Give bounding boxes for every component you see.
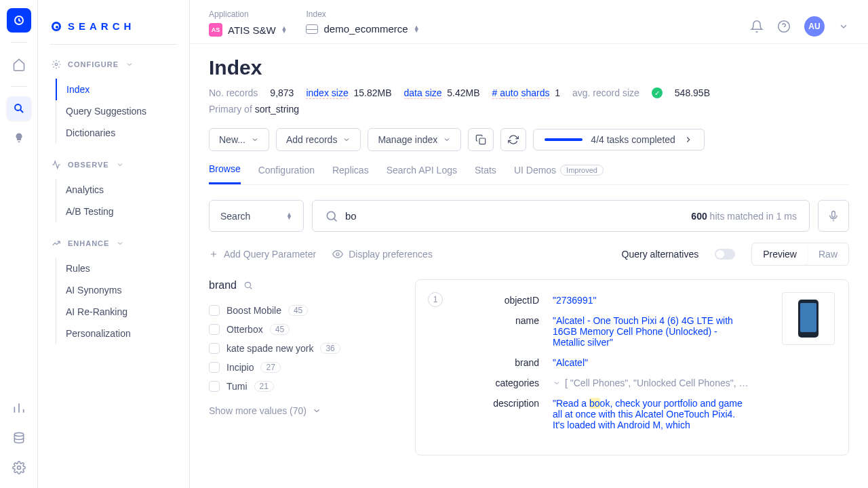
hits-count: 600 hits matched in 1 ms bbox=[691, 211, 797, 222]
bell-icon[interactable] bbox=[750, 20, 764, 33]
refresh-button[interactable] bbox=[500, 128, 526, 151]
sidebar-title: SEARCH bbox=[38, 12, 189, 44]
query-alternatives-label: Query alternatives bbox=[622, 249, 699, 260]
search-icon[interactable] bbox=[243, 281, 253, 290]
add-query-param-button[interactable]: Add Query Parameter bbox=[209, 249, 316, 260]
analytics-icon[interactable] bbox=[7, 396, 31, 420]
tab-replicas[interactable]: Replicas bbox=[332, 163, 369, 184]
sidebar-item-ai-reranking[interactable]: AI Re-Ranking bbox=[56, 301, 184, 323]
svg-point-9 bbox=[336, 253, 339, 256]
record-categories[interactable]: [ "Cell Phones", "Unlocked Cell Phones",… bbox=[553, 378, 749, 388]
index-size-link[interactable]: index size bbox=[306, 87, 348, 99]
svg-point-4 bbox=[55, 63, 58, 66]
query-alternatives-toggle[interactable] bbox=[715, 249, 735, 260]
chevron-down-icon bbox=[116, 161, 124, 169]
search-logo-icon bbox=[52, 22, 61, 31]
tab-stats[interactable]: Stats bbox=[475, 163, 496, 184]
page-title: Index bbox=[209, 56, 849, 79]
section-configure[interactable]: CONFIGURE bbox=[43, 56, 184, 73]
checkbox[interactable] bbox=[209, 343, 220, 354]
new-button[interactable]: New... bbox=[209, 128, 269, 151]
record-description: "Read a book, check your portfolio and g… bbox=[553, 398, 749, 430]
data-size-link[interactable]: data size bbox=[404, 87, 442, 99]
chevron-down-icon bbox=[342, 136, 351, 144]
sidebar-item-ab-testing[interactable]: A/B Testing bbox=[56, 201, 184, 222]
raw-button[interactable]: Raw bbox=[808, 243, 848, 265]
chevron-down-icon bbox=[251, 136, 259, 144]
refresh-icon bbox=[508, 134, 519, 145]
search-nav-icon[interactable] bbox=[7, 96, 31, 121]
show-more-button[interactable]: Show more values (70) bbox=[209, 405, 399, 416]
settings-icon[interactable] bbox=[7, 455, 31, 480]
display-prefs-button[interactable]: Display preferences bbox=[332, 249, 433, 260]
checkbox[interactable] bbox=[209, 362, 220, 373]
svg-point-1 bbox=[15, 104, 21, 110]
index-selector[interactable]: demo_ecommerce ▲▼ bbox=[306, 23, 419, 35]
plus-icon bbox=[209, 249, 218, 259]
facet-brand-title: brand bbox=[209, 279, 399, 291]
sidebar-item-analytics[interactable]: Analytics bbox=[56, 179, 184, 201]
checkbox[interactable] bbox=[209, 305, 220, 316]
sort-icon: ▲▼ bbox=[414, 26, 420, 33]
copy-button[interactable] bbox=[468, 128, 494, 151]
manage-index-button[interactable]: Manage index bbox=[368, 128, 461, 151]
tab-search-api-logs[interactable]: Search API Logs bbox=[387, 163, 457, 184]
view-segmented-control: Preview Raw bbox=[751, 243, 849, 266]
tab-ui-demos[interactable]: UI DemosImproved bbox=[514, 163, 604, 184]
svg-point-10 bbox=[245, 282, 250, 287]
record-brand: "Alcatel" bbox=[553, 357, 749, 368]
application-label: Application bbox=[209, 9, 287, 19]
search-input[interactable] bbox=[338, 201, 691, 231]
mic-icon bbox=[827, 210, 840, 222]
facet-item[interactable]: kate spade new york36 bbox=[209, 339, 399, 358]
search-mode-selector[interactable]: Search▲▼ bbox=[209, 200, 304, 232]
phone-icon bbox=[798, 300, 818, 338]
index-label: Index bbox=[306, 9, 419, 19]
sort-icon: ▲▼ bbox=[281, 26, 288, 33]
facet-item[interactable]: Boost Mobile45 bbox=[209, 301, 399, 320]
primary-of: Primary of sort_string bbox=[209, 104, 849, 115]
recommend-icon[interactable] bbox=[7, 126, 31, 150]
section-observe[interactable]: OBSERVE bbox=[43, 156, 184, 174]
activity-icon bbox=[52, 160, 61, 169]
facet-item[interactable]: Tumi21 bbox=[209, 377, 399, 396]
home-icon[interactable] bbox=[7, 52, 31, 77]
sidebar-item-dictionaries[interactable]: Dictionaries bbox=[56, 122, 184, 144]
sidebar-item-ai-synonyms[interactable]: AI Synonyms bbox=[56, 279, 184, 301]
svg-point-5 bbox=[778, 21, 790, 33]
add-records-button[interactable]: Add records bbox=[276, 128, 361, 151]
checkbox[interactable] bbox=[209, 324, 220, 335]
chevron-down-icon[interactable] bbox=[838, 21, 849, 32]
sidebar-title-text: SEARCH bbox=[68, 20, 135, 32]
preview-button[interactable]: Preview bbox=[752, 243, 808, 265]
tasks-button[interactable]: 4/4 tasks completed bbox=[533, 129, 705, 150]
checkbox[interactable] bbox=[209, 381, 220, 392]
chevron-down-icon bbox=[312, 406, 321, 415]
search-icon bbox=[325, 209, 338, 223]
chevron-right-icon bbox=[684, 135, 693, 144]
sidebar-item-rules[interactable]: Rules bbox=[56, 258, 184, 279]
tab-configuration[interactable]: Configuration bbox=[258, 163, 315, 184]
tabs: Browse Configuration Replicas Search API… bbox=[209, 163, 849, 185]
svg-point-3 bbox=[17, 466, 20, 470]
sidebar-item-personalization[interactable]: Personalization bbox=[56, 323, 184, 344]
chevron-down-icon bbox=[443, 136, 451, 144]
chevron-down-icon bbox=[125, 60, 134, 68]
facet-item[interactable]: Otterbox45 bbox=[209, 320, 399, 339]
section-enhance[interactable]: ENHANCE bbox=[43, 235, 184, 252]
data-icon[interactable] bbox=[7, 426, 31, 450]
sidebar-item-query-suggestions[interactable]: Query Suggestions bbox=[56, 100, 184, 122]
progress-bar bbox=[545, 138, 583, 141]
sidebar-item-index[interactable]: Index bbox=[56, 79, 184, 100]
tab-browse[interactable]: Browse bbox=[209, 163, 241, 184]
voice-search-button[interactable] bbox=[818, 200, 849, 232]
help-icon[interactable] bbox=[777, 20, 791, 33]
svg-point-7 bbox=[327, 211, 335, 220]
record-name: "Alcatel - One Touch Pixi 4 (6) 4G LTE w… bbox=[553, 315, 749, 348]
facet-item[interactable]: Incipio27 bbox=[209, 358, 399, 377]
brand-icon[interactable] bbox=[7, 8, 31, 33]
shards-link[interactable]: # auto shards bbox=[492, 87, 550, 99]
trend-icon bbox=[52, 239, 61, 248]
avatar[interactable]: AU bbox=[804, 16, 825, 37]
application-selector[interactable]: AS ATIS S&W ▲▼ bbox=[209, 23, 287, 37]
